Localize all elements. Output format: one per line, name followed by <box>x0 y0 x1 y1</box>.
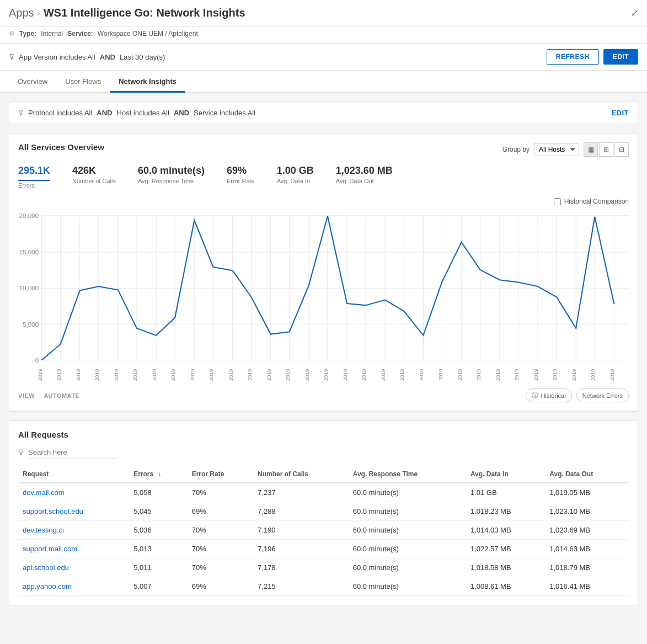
metric-error-rate[interactable]: 69% Error Rate <box>227 165 255 189</box>
top-bar: Apps › WS1 Intelligence Go: Network Insi… <box>0 0 647 26</box>
chart-footer-left: VIEW AUTOMATE <box>18 392 79 399</box>
svg-text:10,000: 10,000 <box>19 284 39 291</box>
col-data-out: Avg. Data Out <box>545 466 629 483</box>
inner-and-1: AND <box>97 109 112 117</box>
svg-text:08/13/2019: 08/13/2019 <box>475 369 482 381</box>
cell-request[interactable]: support.mail.com <box>18 540 129 558</box>
breadcrumb: Apps › WS1 Intelligence Go: Network Insi… <box>9 7 245 19</box>
chart-container: 20,000 15,000 10,000 5,000 0 <box>18 210 629 381</box>
svg-text:08/18/2019: 08/18/2019 <box>571 369 577 381</box>
historical-checkbox[interactable] <box>554 198 561 205</box>
group-by-label: Group by <box>502 146 530 153</box>
metric-data-in[interactable]: 1.00 GB Avg. Data In <box>277 165 314 189</box>
cell-response: 60.0 minute(s) <box>349 502 466 521</box>
inner-filter-text: ⊽ Protocol includes All AND Host include… <box>18 109 255 117</box>
chart-title: All Services Overview <box>18 142 104 152</box>
cell-response: 60.0 minute(s) <box>349 521 466 540</box>
filter-and-1: AND <box>100 53 115 61</box>
chart-automate-btn[interactable]: AUTOMATE <box>44 392 79 399</box>
cell-data-out: 1,016.41 MB <box>545 577 629 596</box>
metric-calls-value: 426K <box>72 165 116 177</box>
metric-errors-value: 295.1K <box>18 165 50 181</box>
breadcrumb-apps[interactable]: Apps <box>9 7 34 19</box>
group-by-select[interactable]: All Hosts <box>534 143 579 156</box>
historical-badge[interactable]: ⓘ Historical <box>526 388 571 402</box>
metric-response-value: 60.0 minute(s) <box>138 165 205 177</box>
svg-text:08/02/2019: 08/02/2019 <box>266 369 272 381</box>
refresh-button[interactable]: REFRESH <box>547 49 599 65</box>
all-requests-card: All Requests ⊽ Request Errors ↓ Error Ra… <box>9 421 638 605</box>
search-input[interactable] <box>28 446 116 459</box>
chart-view-btn[interactable]: VIEW <box>18 392 35 399</box>
svg-text:08/16/2019: 08/16/2019 <box>533 369 539 381</box>
cell-data-out: 1,018.79 MB <box>545 558 629 577</box>
svg-text:08/04/2019: 08/04/2019 <box>304 369 310 381</box>
metrics-row: 295.1K Errors 426K Number of Calls 60.0 … <box>18 165 629 189</box>
metric-response[interactable]: 60.0 minute(s) Avg. Response Time <box>138 165 205 189</box>
svg-text:08/10/2019: 08/10/2019 <box>418 369 424 381</box>
metric-response-label: Avg. Response Time <box>138 178 205 184</box>
svg-text:07/25/2019: 07/25/2019 <box>113 369 119 381</box>
svg-text:07/24/2019: 07/24/2019 <box>94 369 100 381</box>
cell-errors: 5,007 <box>129 577 188 596</box>
bar-chart-icon[interactable]: ⊞ <box>599 142 613 157</box>
cell-errors: 5,013 <box>129 540 188 558</box>
cell-data-in: 1,018.23 MB <box>466 502 545 521</box>
metric-calls[interactable]: 426K Number of Calls <box>72 165 116 189</box>
cell-data-out: 1,020.69 MB <box>545 521 629 540</box>
historical-comparison: Historical Comparison <box>18 198 629 205</box>
filter-left: ⊽ App Version includes All AND Last 30 d… <box>9 52 165 61</box>
network-errors-badge[interactable]: Network Errors <box>576 388 629 402</box>
cell-request[interactable]: api.school.edu <box>18 558 129 577</box>
tab-bar: Overview User Flows Network Insights <box>0 71 647 93</box>
cell-errors: 5,058 <box>129 483 188 502</box>
table-row: dev.testing.ci 5,036 70% 7,190 60.0 minu… <box>18 521 629 540</box>
filter-actions: REFRESH EDIT <box>547 49 638 65</box>
chart-card: All Services Overview Group by All Hosts… <box>9 133 638 412</box>
cell-request[interactable]: app.yahoo.com <box>18 577 129 596</box>
cell-request[interactable]: support.school.edu <box>18 502 129 521</box>
inner-filter-icon: ⊽ <box>18 109 24 117</box>
svg-text:20,000: 20,000 <box>19 212 39 219</box>
metric-data-out[interactable]: 1,023.60 MB Avg. Data Out <box>336 165 393 189</box>
tab-network-insights[interactable]: Network Insights <box>110 71 185 93</box>
tab-overview[interactable]: Overview <box>9 71 56 93</box>
cell-data-out: 1,014.63 MB <box>545 540 629 558</box>
inner-filter-edit[interactable]: EDIT <box>611 109 629 117</box>
cell-error-rate: 69% <box>188 577 253 596</box>
metric-error-rate-value: 69% <box>227 165 255 177</box>
tab-user-flows[interactable]: User Flows <box>56 71 110 93</box>
metric-data-in-value: 1.00 GB <box>277 165 314 177</box>
metric-errors[interactable]: 295.1K Errors <box>18 165 50 189</box>
svg-text:07/23/2019: 07/23/2019 <box>75 369 81 381</box>
cell-calls: 7,178 <box>253 558 349 577</box>
filter-icon: ⊽ <box>9 52 14 61</box>
chart-badges: ⓘ Historical Network Errors <box>526 388 629 402</box>
protocol-filter: Protocol includes All <box>28 109 92 117</box>
host-filter: Host includes All <box>117 109 169 117</box>
cell-request[interactable]: dev.testing.ci <box>18 521 129 540</box>
cell-request[interactable]: dev.mail.com <box>18 483 129 502</box>
edit-button[interactable]: EDIT <box>603 49 638 65</box>
expand-icon[interactable]: ⤢ <box>631 8 638 18</box>
cell-data-in: 1,022.57 MB <box>466 540 545 558</box>
table-header: Request Errors ↓ Error Rate Number of Ca… <box>18 466 629 483</box>
historical-badge-label: Historical <box>541 392 565 399</box>
svg-text:07/28/2019: 07/28/2019 <box>170 369 176 381</box>
network-errors-badge-label: Network Errors <box>582 392 623 399</box>
page-title: WS1 Intelligence Go: Network Insights <box>44 7 245 19</box>
inner-filter-card: ⊽ Protocol includes All AND Host include… <box>9 102 638 124</box>
svg-text:08/19/2019: 08/19/2019 <box>590 369 596 381</box>
line-chart-icon[interactable]: ▦ <box>584 142 598 157</box>
cell-calls: 7,190 <box>253 521 349 540</box>
sort-errors-icon[interactable]: ↓ <box>158 470 161 478</box>
col-response: Avg. Response Time <box>349 466 466 483</box>
service-value: Workspace ONE UEM / Apteligent <box>98 30 198 38</box>
svg-text:08/15/2019: 08/15/2019 <box>514 369 520 381</box>
svg-text:08/05/2019: 08/05/2019 <box>323 369 329 381</box>
breadcrumb-separator: › <box>38 8 40 18</box>
table-icon[interactable]: ⊟ <box>614 142 629 157</box>
col-errors: Errors ↓ <box>129 466 188 483</box>
cell-error-rate: 70% <box>188 540 253 558</box>
col-data-in: Avg. Data In <box>466 466 545 483</box>
